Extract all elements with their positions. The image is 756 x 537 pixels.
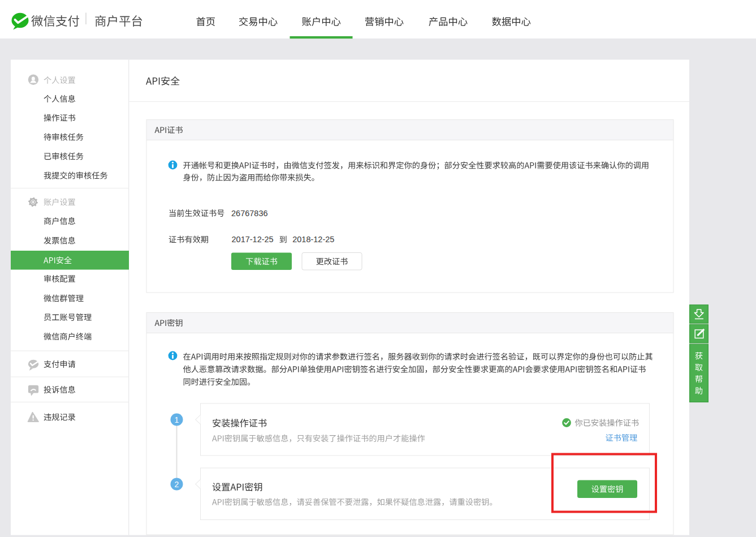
svg-text:2017-12-25: 2017-12-25	[232, 235, 274, 244]
svg-text:1: 1	[175, 415, 179, 424]
svg-text:2018-12-25: 2018-12-25	[292, 235, 334, 244]
svg-text:2: 2	[175, 480, 179, 489]
svg-text:26767836: 26767836	[231, 209, 268, 218]
